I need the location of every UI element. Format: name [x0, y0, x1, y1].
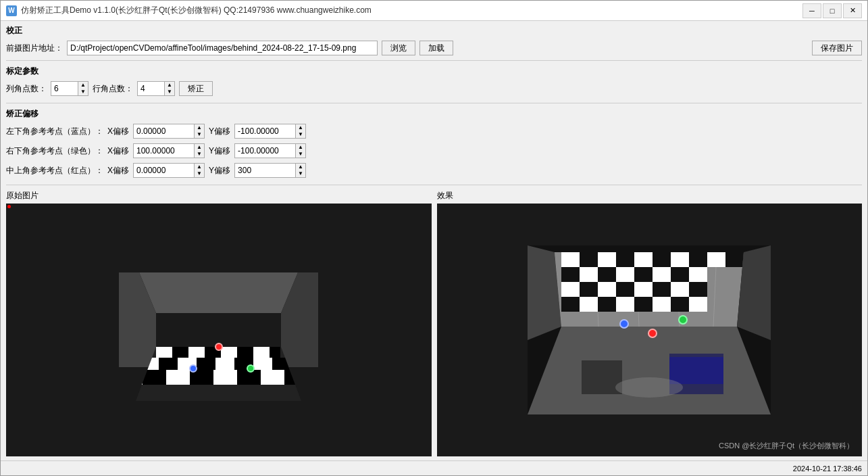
- svg-marker-1: [139, 272, 298, 313]
- rows-down-arrow[interactable]: ▼: [165, 89, 174, 95]
- svg-rect-65: [598, 297, 616, 312]
- bottomright-y-spinner: ▲ ▼: [234, 143, 306, 158]
- maximize-button[interactable]: □: [823, 3, 842, 18]
- svg-rect-54: [653, 267, 671, 282]
- svg-rect-41: [671, 252, 689, 267]
- title-bar-left: W 仿射矫正工具Demo v1.1.0(长沙红胖子Qt(长沙创微智科) QQ:2…: [6, 5, 372, 16]
- red-dot-orig: [215, 343, 222, 350]
- cols-input[interactable]: [51, 81, 78, 96]
- svg-rect-12: [215, 358, 234, 370]
- bottomleft-y-up[interactable]: ▲: [296, 124, 305, 131]
- bottomleft-label: 左下角参考考点（蓝点）：: [6, 126, 103, 137]
- title-controls: ─ □ ✕: [802, 3, 862, 18]
- bottomleft-ylabel: Y偏移: [209, 126, 230, 137]
- bottomleft-x-input[interactable]: [133, 124, 194, 139]
- svg-rect-27: [197, 358, 215, 370]
- bottomright-x-up[interactable]: ▲: [195, 144, 204, 151]
- topcenter-x-input[interactable]: [133, 163, 194, 178]
- bottomright-ylabel: Y偏移: [209, 145, 230, 157]
- minimize-button[interactable]: ─: [802, 3, 821, 18]
- rows-label: 行角点数：: [93, 83, 133, 95]
- cols-up-arrow[interactable]: ▲: [78, 82, 88, 89]
- images-divider: [432, 190, 437, 456]
- bottomleft-x-arrows: ▲ ▼: [194, 124, 205, 139]
- params-row: 列角点数： ▲ ▼ 行角点数： ▲ ▼ 矫正: [6, 81, 862, 96]
- correct-button[interactable]: 矫正: [179, 81, 213, 96]
- svg-rect-63: [689, 282, 707, 297]
- cols-down-arrow[interactable]: ▼: [78, 89, 88, 95]
- svg-rect-43: [580, 252, 598, 267]
- bottomright-x-input[interactable]: [133, 143, 194, 158]
- browse-button[interactable]: 浏览: [382, 41, 415, 55]
- svg-rect-77: [669, 357, 723, 384]
- bottomright-y-down[interactable]: ▼: [296, 151, 305, 158]
- status-datetime: 2024-10-21 17:38:46: [793, 465, 862, 473]
- filepath-row: 前摄图片地址： 浏览 加载 保存图片: [6, 41, 862, 55]
- calibrate-section-header: 校正: [6, 25, 862, 37]
- svg-rect-51: [671, 267, 689, 282]
- topcenter-label: 中上角参考考点（红点）：: [6, 165, 103, 176]
- divider-2: [6, 103, 862, 103]
- svg-point-78: [615, 377, 683, 398]
- topcenter-ylabel: Y偏移: [209, 165, 230, 176]
- svg-rect-69: [616, 297, 634, 312]
- original-image-svg: [119, 259, 318, 401]
- svg-rect-38: [561, 252, 580, 267]
- svg-rect-47: [725, 252, 744, 267]
- green-dot-effect: [679, 316, 687, 324]
- topcenter-y-input[interactable]: [234, 163, 295, 178]
- svg-rect-45: [653, 252, 671, 267]
- bottomright-y-input[interactable]: [234, 143, 295, 158]
- topcenter-y-spinner: ▲ ▼: [234, 163, 306, 178]
- bottomright-x-down[interactable]: ▼: [195, 151, 204, 158]
- topcenter-y-up[interactable]: ▲: [296, 164, 305, 170]
- bottomright-label: 右下角参考考点（绿色）：: [6, 145, 103, 157]
- topcenter-x-up[interactable]: ▲: [195, 164, 204, 170]
- svg-rect-71: [689, 297, 707, 312]
- svg-rect-55: [689, 267, 707, 282]
- svg-rect-7: [188, 347, 205, 358]
- topcenter-y-arrows: ▲ ▼: [295, 163, 306, 178]
- topcenter-xlabel: X偏移: [107, 165, 129, 176]
- svg-rect-24: [237, 347, 253, 358]
- rows-up-arrow[interactable]: ▲: [165, 82, 174, 89]
- save-button[interactable]: 保存图片: [812, 41, 862, 55]
- bottomright-y-up[interactable]: ▲: [296, 144, 305, 151]
- topcenter-row: 中上角参考考点（红点）： X偏移 ▲ ▼ Y偏移 ▲ ▼: [6, 163, 862, 178]
- bottomright-row: 右下角参考考点（绿色）： X偏移 ▲ ▼ Y偏移 ▲ ▼: [6, 143, 862, 158]
- topcenter-x-down[interactable]: ▼: [195, 170, 204, 177]
- svg-rect-15: [166, 370, 190, 385]
- bottomleft-y-down[interactable]: ▼: [296, 131, 305, 138]
- filepath-input[interactable]: [67, 41, 378, 55]
- svg-rect-9: [253, 347, 270, 358]
- divider-1: [6, 60, 862, 61]
- topcenter-y-down[interactable]: ▼: [296, 170, 305, 177]
- load-button[interactable]: 加载: [419, 41, 453, 55]
- svg-rect-8: [221, 347, 237, 358]
- svg-rect-66: [634, 297, 653, 312]
- window-title: 仿射矫正工具Demo v1.1.0(长沙红胖子Qt(长沙创微智科) QQ:214…: [21, 5, 372, 16]
- filepath-label: 前摄图片地址：: [6, 43, 63, 54]
- close-button[interactable]: ✕: [843, 3, 862, 18]
- red-dot-effect: [648, 329, 657, 337]
- svg-rect-26: [159, 358, 178, 370]
- bottomleft-x-spinner: ▲ ▼: [133, 124, 205, 139]
- svg-rect-13: [253, 358, 272, 370]
- effect-image-panel: 效果: [437, 190, 863, 456]
- bottomleft-y-input[interactable]: [234, 124, 295, 139]
- svg-rect-59: [671, 282, 689, 297]
- svg-rect-17: [261, 370, 284, 385]
- main-content: 校正 前摄图片地址： 浏览 加载 保存图片 标定参数 列角点数： ▲ ▼ 行角点…: [1, 21, 867, 460]
- bottomright-x-arrows: ▲ ▼: [194, 143, 205, 158]
- svg-rect-60: [580, 282, 598, 297]
- corner-red-dot: [7, 205, 11, 208]
- bottomleft-x-up[interactable]: ▲: [195, 124, 204, 131]
- original-canvas: [6, 204, 432, 456]
- bottomleft-x-down[interactable]: ▼: [195, 131, 204, 138]
- cols-label: 列角点数：: [6, 83, 47, 95]
- svg-marker-74: [528, 327, 771, 414]
- rows-input[interactable]: [137, 81, 164, 96]
- svg-rect-61: [616, 282, 634, 297]
- svg-rect-16: [213, 370, 237, 385]
- svg-rect-46: [689, 252, 707, 267]
